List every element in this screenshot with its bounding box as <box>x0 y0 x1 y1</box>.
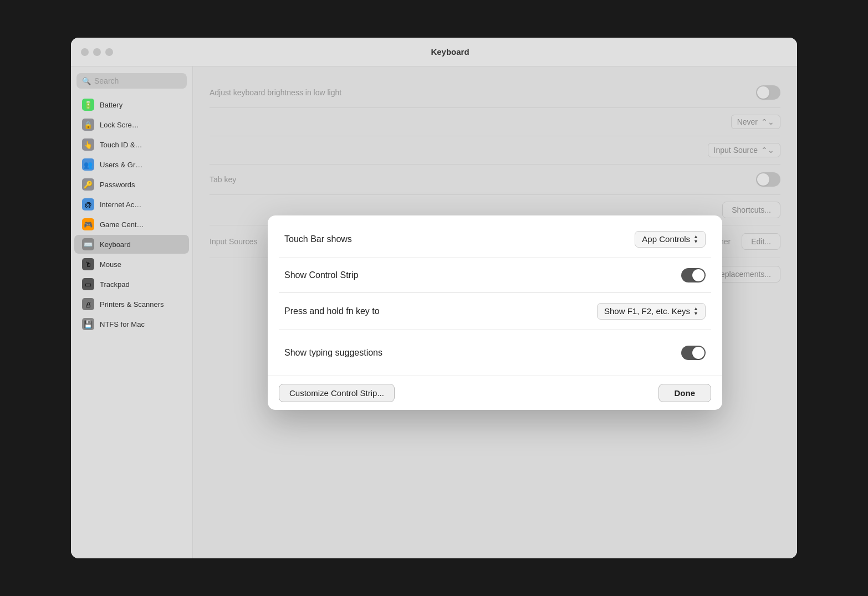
window-title: Keyboard <box>113 47 787 56</box>
touch-bar-shows-label: Touch Bar shows <box>284 234 352 244</box>
sidebar-item-label: Keyboard <box>100 240 131 249</box>
touch-bar-shows-select[interactable]: App Controls ▲ ▼ <box>635 231 706 248</box>
traffic-lights <box>81 48 113 56</box>
ntfs-icon: 💾 <box>82 318 94 330</box>
sidebar-item-label: NTFS for Mac <box>100 320 145 328</box>
search-icon: 🔍 <box>82 77 91 85</box>
trackpad-icon: ▭ <box>82 278 94 290</box>
touch-bar-shows-right: App Controls ▲ ▼ <box>635 231 706 248</box>
sidebar-item-trackpad[interactable]: ▭ Trackpad <box>74 275 189 294</box>
maximize-button[interactable] <box>105 48 113 56</box>
show-control-strip-row: Show Control Strip <box>279 258 711 293</box>
sidebar-item-lock-screen[interactable]: 🔒 Lock Scre… <box>74 115 189 134</box>
at-icon: @ <box>82 198 94 210</box>
show-typing-suggestions-toggle[interactable] <box>681 346 706 360</box>
modal-dialog: Touch Bar shows App Controls ▲ ▼ <box>268 215 722 410</box>
minimize-button[interactable] <box>93 48 101 56</box>
fn-key-label: Press and hold fn key to <box>284 306 380 316</box>
fn-key-row: Press and hold fn key to Show F1, F2, et… <box>279 293 711 330</box>
sidebar-item-internet-accounts[interactable]: @ Internet Ac… <box>74 195 189 214</box>
show-typing-suggestions-row: Show typing suggestions <box>279 336 711 370</box>
overlay: Touch Bar shows App Controls ▲ ▼ <box>193 66 797 558</box>
customize-control-strip-button[interactable]: Customize Control Strip... <box>279 384 395 402</box>
sidebar-item-mouse[interactable]: 🖱 Mouse <box>74 255 189 274</box>
fingerprint-icon: 👆 <box>82 138 94 151</box>
game-icon: 🎮 <box>82 218 94 230</box>
show-typing-suggestions-label: Show typing suggestions <box>284 348 382 358</box>
touch-bar-shows-row: Touch Bar shows App Controls ▲ ▼ <box>279 221 711 258</box>
sidebar-item-label: Battery <box>100 101 122 109</box>
close-button[interactable] <box>81 48 89 56</box>
sidebar-item-ntfs[interactable]: 💾 NTFS for Mac <box>74 315 189 333</box>
toggle-knob <box>692 347 704 359</box>
show-control-strip-toggle[interactable] <box>681 268 706 282</box>
sidebar-item-touchid[interactable]: 👆 Touch ID &… <box>74 135 189 154</box>
sidebar-item-label: Users & Gr… <box>100 161 142 169</box>
printer-icon: 🖨 <box>82 298 94 310</box>
sidebar-item-label: Passwords <box>100 181 135 189</box>
fn-key-value: Show F1, F2, etc. Keys <box>604 306 690 316</box>
sidebar-item-label: Internet Ac… <box>100 201 141 209</box>
sidebar-item-users[interactable]: 👥 Users & Gr… <box>74 155 189 174</box>
mouse-icon: 🖱 <box>82 258 94 270</box>
modal-body: Touch Bar shows App Controls ▲ ▼ <box>268 215 722 376</box>
keyboard-icon: ⌨️ <box>82 238 94 250</box>
touch-bar-shows-value: App Controls <box>642 234 690 244</box>
fn-key-select[interactable]: Show F1, F2, etc. Keys ▲ ▼ <box>597 303 706 320</box>
sidebar-item-game-center[interactable]: 🎮 Game Cent… <box>74 215 189 234</box>
sidebar: 🔍 Search 🔋 Battery 🔒 Lock Scre… 👆 Touch … <box>71 66 193 558</box>
main-window: Keyboard 🔍 Search 🔋 Battery 🔒 Lock Scre…… <box>71 38 797 558</box>
sidebar-item-battery[interactable]: 🔋 Battery <box>74 95 189 114</box>
title-bar: Keyboard <box>71 38 797 66</box>
modal-footer: Customize Control Strip... Done <box>268 376 722 410</box>
users-icon: 👥 <box>82 158 94 171</box>
toggle-knob <box>692 269 704 281</box>
sidebar-item-label: Touch ID &… <box>100 141 142 149</box>
updown-chevron-icon: ▲ ▼ <box>693 234 698 244</box>
sidebar-item-passwords[interactable]: 🔑 Passwords <box>74 175 189 194</box>
sidebar-item-label: Trackpad <box>100 280 130 289</box>
updown-chevron-icon: ▲ ▼ <box>693 306 698 316</box>
lock-icon: 🔒 <box>82 119 94 131</box>
done-button[interactable]: Done <box>658 384 712 402</box>
fn-key-right: Show F1, F2, etc. Keys ▲ ▼ <box>597 303 706 320</box>
search-placeholder: Search <box>94 76 119 85</box>
right-panel: Adjust keyboard brightness in low light … <box>193 66 797 558</box>
sidebar-item-printers[interactable]: 🖨 Printers & Scanners <box>74 295 189 314</box>
sidebar-item-label: Lock Scre… <box>100 121 139 129</box>
show-control-strip-label: Show Control Strip <box>284 270 358 280</box>
sidebar-item-keyboard[interactable]: ⌨️ Keyboard <box>74 235 189 254</box>
battery-icon: 🔋 <box>82 99 94 111</box>
sidebar-item-label: Game Cent… <box>100 220 144 229</box>
sidebar-item-label: Printers & Scanners <box>100 300 164 309</box>
key-icon: 🔑 <box>82 178 94 191</box>
main-content: 🔍 Search 🔋 Battery 🔒 Lock Scre… 👆 Touch … <box>71 66 797 558</box>
search-bar[interactable]: 🔍 Search <box>76 73 187 89</box>
sidebar-item-label: Mouse <box>100 260 121 269</box>
